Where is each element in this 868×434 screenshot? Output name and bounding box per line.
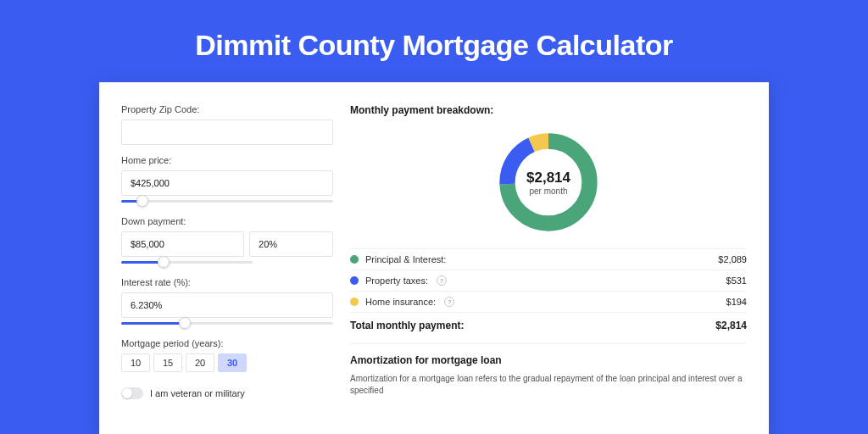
input-column: Property Zip Code: Home price: Down paym…: [121, 104, 333, 434]
breakdown-row-principal: Principal & Interest: $2,089: [350, 248, 747, 270]
breakdown-value: $531: [726, 275, 747, 286]
breakdown-label: Property taxes:: [365, 275, 428, 286]
veteran-toggle[interactable]: [121, 387, 143, 399]
donut-center: $2,814 per month: [494, 128, 603, 236]
amortization-text: Amortization for a mortgage loan refers …: [350, 373, 747, 397]
page-title: Dimmit County Mortgage Calculator: [0, 0, 868, 82]
breakdown-column: Monthly payment breakdown: $2,814 per mo…: [350, 104, 747, 434]
zip-field: Property Zip Code:: [121, 104, 333, 145]
down-payment-field: Down payment:: [121, 216, 333, 267]
zip-label: Property Zip Code:: [121, 104, 333, 114]
breakdown-row-taxes: Property taxes: ? $531: [350, 270, 747, 291]
swatch-yellow-icon: [350, 298, 359, 306]
veteran-row: I am veteran or military: [121, 387, 333, 399]
home-price-field: Home price:: [121, 155, 333, 206]
period-options: 10 15 20 30: [121, 353, 333, 372]
down-payment-slider[interactable]: [121, 259, 253, 267]
home-price-input[interactable]: [121, 170, 333, 196]
home-price-slider[interactable]: [121, 198, 333, 206]
breakdown-title: Monthly payment breakdown:: [350, 104, 747, 116]
down-payment-label: Down payment:: [121, 216, 333, 226]
period-option-10[interactable]: 10: [121, 353, 150, 372]
breakdown-row-insurance: Home insurance: ? $194: [350, 291, 747, 312]
amortization-section: Amortization for mortgage loan Amortizat…: [350, 343, 747, 397]
period-field: Mortgage period (years): 10 15 20 30: [121, 338, 333, 372]
period-option-15[interactable]: 15: [153, 353, 182, 372]
breakdown-value: $194: [726, 297, 747, 307]
period-option-30[interactable]: 30: [218, 353, 247, 372]
zip-input[interactable]: [121, 120, 333, 145]
down-payment-percent-input[interactable]: [249, 231, 333, 257]
donut-amount: $2,814: [526, 170, 570, 186]
total-label: Total monthly payment:: [350, 320, 464, 331]
interest-rate-field: Interest rate (%):: [121, 277, 333, 328]
home-price-label: Home price:: [121, 155, 333, 165]
period-option-20[interactable]: 20: [186, 353, 214, 372]
calculator-card: Property Zip Code: Home price: Down paym…: [99, 82, 769, 434]
swatch-green-icon: [350, 255, 359, 264]
donut-sub: per month: [529, 186, 567, 196]
amortization-title: Amortization for mortgage loan: [350, 354, 747, 366]
total-value: $2,814: [715, 320, 747, 331]
interest-rate-input[interactable]: [121, 292, 333, 318]
down-payment-amount-input[interactable]: [121, 231, 244, 257]
breakdown-label: Principal & Interest:: [365, 254, 446, 264]
info-icon[interactable]: ?: [444, 297, 454, 307]
period-label: Mortgage period (years):: [121, 338, 333, 348]
total-row: Total monthly payment: $2,814: [350, 312, 747, 343]
breakdown-value: $2,089: [718, 254, 747, 264]
donut-chart: $2,814 per month: [494, 128, 603, 236]
interest-rate-slider[interactable]: [121, 320, 333, 328]
interest-rate-label: Interest rate (%):: [121, 277, 333, 287]
veteran-label: I am veteran or military: [150, 388, 245, 398]
breakdown-label: Home insurance:: [365, 297, 436, 307]
swatch-blue-icon: [350, 276, 359, 285]
info-icon[interactable]: ?: [437, 275, 447, 286]
donut-chart-wrap: $2,814 per month: [350, 125, 747, 248]
